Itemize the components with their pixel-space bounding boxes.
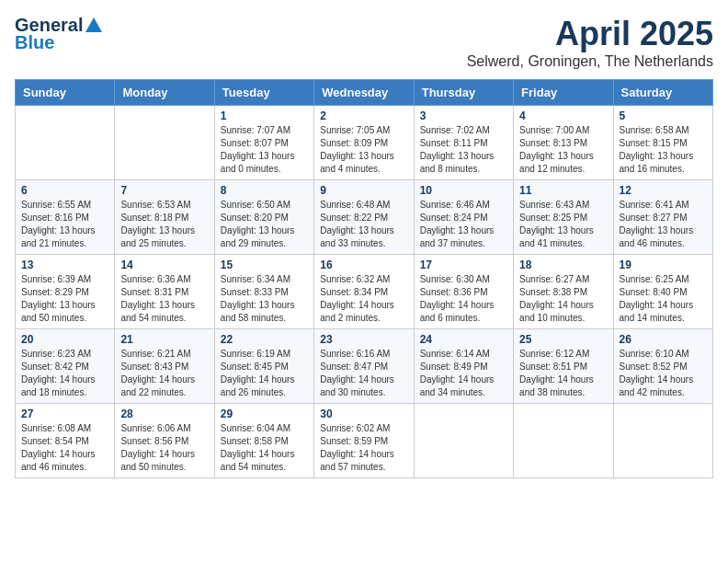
calendar-day-cell	[16, 106, 115, 180]
day-number: 23	[320, 333, 407, 346]
calendar-day-cell: 26Sunrise: 6:10 AMSunset: 8:52 PMDayligh…	[613, 329, 712, 404]
day-number: 24	[420, 333, 507, 346]
calendar-day-cell: 11Sunrise: 6:43 AMSunset: 8:25 PMDayligh…	[514, 180, 613, 255]
page-header: General Blue April 2025 Selwerd, Groning…	[15, 15, 713, 70]
calendar-day-cell: 21Sunrise: 6:21 AMSunset: 8:43 PMDayligh…	[115, 329, 214, 404]
day-info: Sunrise: 6:14 AMSunset: 8:49 PMDaylight:…	[420, 348, 507, 399]
calendar-table: SundayMondayTuesdayWednesdayThursdayFrid…	[15, 79, 713, 478]
day-info: Sunrise: 6:50 AMSunset: 8:20 PMDaylight:…	[221, 199, 308, 250]
day-number: 16	[320, 259, 407, 271]
calendar-week-row: 13Sunrise: 6:39 AMSunset: 8:29 PMDayligh…	[16, 255, 713, 329]
day-info: Sunrise: 6:46 AMSunset: 8:24 PMDaylight:…	[420, 199, 507, 250]
day-info: Sunrise: 6:30 AMSunset: 8:36 PMDaylight:…	[420, 273, 507, 325]
month-year-title: April 2025	[467, 15, 713, 53]
day-number: 6	[21, 184, 108, 197]
day-number: 10	[420, 184, 507, 197]
day-info: Sunrise: 6:27 AMSunset: 8:38 PMDaylight:…	[519, 273, 607, 325]
day-number: 25	[519, 333, 607, 346]
calendar-day-header: Sunday	[16, 80, 115, 106]
day-number: 4	[519, 109, 607, 122]
calendar-day-cell: 15Sunrise: 6:34 AMSunset: 8:33 PMDayligh…	[214, 255, 313, 329]
day-number: 1	[221, 109, 308, 122]
calendar-day-cell: 3Sunrise: 7:02 AMSunset: 8:11 PMDaylight…	[414, 106, 513, 180]
day-number: 13	[21, 259, 108, 271]
calendar-day-header: Friday	[514, 80, 613, 106]
calendar-body: 1Sunrise: 7:07 AMSunset: 8:07 PMDaylight…	[16, 106, 713, 478]
day-number: 11	[519, 184, 607, 197]
day-number: 20	[21, 333, 108, 346]
calendar-day-cell: 5Sunrise: 6:58 AMSunset: 8:15 PMDaylight…	[613, 106, 712, 180]
calendar-day-cell: 24Sunrise: 6:14 AMSunset: 8:49 PMDayligh…	[414, 329, 513, 404]
day-info: Sunrise: 6:43 AMSunset: 8:25 PMDaylight:…	[519, 199, 607, 250]
day-number: 26	[620, 333, 707, 346]
day-number: 7	[120, 184, 208, 197]
day-info: Sunrise: 6:23 AMSunset: 8:42 PMDaylight:…	[21, 348, 108, 399]
calendar-day-cell: 12Sunrise: 6:41 AMSunset: 8:27 PMDayligh…	[613, 180, 712, 255]
day-info: Sunrise: 6:41 AMSunset: 8:27 PMDaylight:…	[620, 199, 707, 250]
day-number: 5	[620, 109, 707, 122]
day-info: Sunrise: 6:12 AMSunset: 8:51 PMDaylight:…	[519, 348, 607, 399]
calendar-day-cell: 18Sunrise: 6:27 AMSunset: 8:38 PMDayligh…	[514, 255, 613, 329]
calendar-day-cell: 27Sunrise: 6:08 AMSunset: 8:54 PMDayligh…	[16, 404, 115, 478]
calendar-day-cell: 23Sunrise: 6:16 AMSunset: 8:47 PMDayligh…	[314, 329, 414, 404]
day-number: 21	[120, 333, 208, 346]
day-number: 29	[221, 408, 308, 420]
calendar-header-row: SundayMondayTuesdayWednesdayThursdayFrid…	[16, 80, 713, 106]
day-number: 8	[221, 184, 308, 197]
day-number: 15	[221, 259, 308, 271]
day-info: Sunrise: 6:58 AMSunset: 8:15 PMDaylight:…	[620, 124, 707, 176]
day-info: Sunrise: 6:19 AMSunset: 8:45 PMDaylight:…	[221, 348, 308, 399]
day-info: Sunrise: 7:07 AMSunset: 8:07 PMDaylight:…	[221, 124, 308, 176]
day-info: Sunrise: 6:48 AMSunset: 8:22 PMDaylight:…	[320, 199, 407, 250]
calendar-week-row: 1Sunrise: 7:07 AMSunset: 8:07 PMDaylight…	[16, 106, 713, 180]
day-number: 9	[320, 184, 407, 197]
calendar-day-cell: 9Sunrise: 6:48 AMSunset: 8:22 PMDaylight…	[314, 180, 414, 255]
day-info: Sunrise: 6:55 AMSunset: 8:16 PMDaylight:…	[21, 199, 108, 250]
calendar-day-cell: 8Sunrise: 6:50 AMSunset: 8:20 PMDaylight…	[214, 180, 313, 255]
day-number: 28	[120, 408, 208, 420]
calendar-day-cell	[514, 404, 613, 478]
calendar-day-header: Thursday	[414, 80, 513, 106]
calendar-day-cell: 25Sunrise: 6:12 AMSunset: 8:51 PMDayligh…	[514, 329, 613, 404]
logo: General Blue	[15, 15, 102, 53]
day-info: Sunrise: 7:02 AMSunset: 8:11 PMDaylight:…	[420, 124, 507, 176]
calendar-week-row: 20Sunrise: 6:23 AMSunset: 8:42 PMDayligh…	[16, 329, 713, 404]
calendar-day-header: Saturday	[613, 80, 712, 106]
day-info: Sunrise: 6:36 AMSunset: 8:31 PMDaylight:…	[120, 273, 208, 325]
calendar-day-cell: 16Sunrise: 6:32 AMSunset: 8:34 PMDayligh…	[314, 255, 414, 329]
day-info: Sunrise: 6:53 AMSunset: 8:18 PMDaylight:…	[120, 199, 208, 250]
day-info: Sunrise: 7:00 AMSunset: 8:13 PMDaylight:…	[519, 124, 607, 176]
location-subtitle: Selwerd, Groningen, The Netherlands	[467, 53, 713, 70]
day-info: Sunrise: 6:21 AMSunset: 8:43 PMDaylight:…	[120, 348, 208, 399]
day-info: Sunrise: 6:10 AMSunset: 8:52 PMDaylight:…	[620, 348, 707, 399]
day-number: 22	[221, 333, 308, 346]
day-info: Sunrise: 6:34 AMSunset: 8:33 PMDaylight:…	[221, 273, 308, 325]
calendar-day-cell	[613, 404, 712, 478]
day-number: 30	[320, 408, 407, 420]
day-info: Sunrise: 6:25 AMSunset: 8:40 PMDaylight:…	[620, 273, 707, 325]
calendar-day-cell: 19Sunrise: 6:25 AMSunset: 8:40 PMDayligh…	[613, 255, 712, 329]
day-number: 3	[420, 109, 507, 122]
day-info: Sunrise: 6:04 AMSunset: 8:58 PMDaylight:…	[221, 422, 308, 474]
day-info: Sunrise: 6:02 AMSunset: 8:59 PMDaylight:…	[320, 422, 407, 474]
calendar-day-cell: 1Sunrise: 7:07 AMSunset: 8:07 PMDaylight…	[214, 106, 313, 180]
calendar-day-header: Wednesday	[314, 80, 414, 106]
day-number: 27	[21, 408, 108, 420]
calendar-day-cell: 7Sunrise: 6:53 AMSunset: 8:18 PMDaylight…	[115, 180, 214, 255]
day-info: Sunrise: 6:39 AMSunset: 8:29 PMDaylight:…	[21, 273, 108, 325]
day-info: Sunrise: 6:06 AMSunset: 8:56 PMDaylight:…	[120, 422, 208, 474]
calendar-day-cell: 13Sunrise: 6:39 AMSunset: 8:29 PMDayligh…	[16, 255, 115, 329]
calendar-day-header: Tuesday	[214, 80, 313, 106]
calendar-day-cell	[414, 404, 513, 478]
day-number: 17	[420, 259, 507, 271]
calendar-day-cell: 29Sunrise: 6:04 AMSunset: 8:58 PMDayligh…	[214, 404, 313, 478]
calendar-day-cell: 14Sunrise: 6:36 AMSunset: 8:31 PMDayligh…	[115, 255, 214, 329]
day-number: 18	[519, 259, 607, 271]
logo-blue: Blue	[15, 32, 102, 53]
day-info: Sunrise: 6:16 AMSunset: 8:47 PMDaylight:…	[320, 348, 407, 399]
logo-triangle-icon	[85, 17, 102, 32]
calendar-day-cell: 10Sunrise: 6:46 AMSunset: 8:24 PMDayligh…	[414, 180, 513, 255]
calendar-day-header: Monday	[115, 80, 214, 106]
day-info: Sunrise: 6:32 AMSunset: 8:34 PMDaylight:…	[320, 273, 407, 325]
calendar-day-cell	[115, 106, 214, 180]
